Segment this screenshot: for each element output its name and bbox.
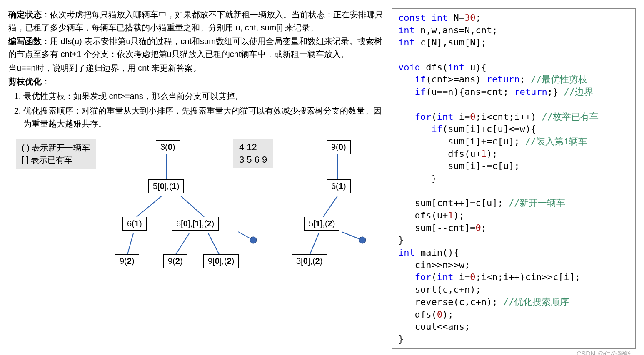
paragraph-boundary: 当u==n时，说明到了递归边界，用 cnt 来更新答案。	[8, 62, 383, 74]
prune-item-1: 最优性剪枝：如果发现 cnt>=ans，那么当前分支可以剪掉。	[23, 90, 383, 103]
rtree-node-2: 6(1)	[327, 179, 351, 193]
paragraph-function: 编写函数：用 dfs(u) 表示安排第u只猫的过程，cnt和sum数组可以使用全…	[8, 35, 383, 61]
ltree-node-1: 3(0)	[156, 140, 180, 154]
ltree-node-6: 9(2)	[163, 254, 187, 268]
svg-line-3	[127, 233, 133, 254]
code-panel: const int N=30; int n,w,ans=N,cnt; int c…	[392, 8, 636, 349]
paragraph-state: 确定状态：依次考虑把每只猫放入哪辆车中，如果都放不下就新租一辆放入。当前状态：正…	[8, 8, 383, 34]
svg-line-1	[137, 196, 162, 217]
rtree-node-4: 3[0],(2)	[292, 254, 327, 268]
ltree-node-4: 6[0],[1],(2)	[172, 217, 219, 231]
ltree-node-5: 9(2)	[115, 254, 139, 268]
ltree-node-7: 9[0],(2)	[203, 254, 239, 268]
svg-line-10	[310, 233, 319, 254]
credit-watermark: CSDN @仁公智能	[577, 350, 631, 355]
prune-item-2: 优化搜索顺序：对猫的重量从大到小排序，先搜索重量大的猫可以有效减少搜索树分支的数…	[23, 104, 383, 130]
rtree-node-3: 5[1],(2)	[304, 217, 339, 231]
svg-point-12	[359, 237, 366, 243]
svg-line-5	[208, 233, 219, 254]
rtree-node-1: 9(0)	[327, 140, 351, 154]
tree-diagram: ( ) 表示新开一辆车 [ ] 表示已有车 4 12 3 5 6 9	[8, 134, 383, 284]
svg-line-9	[323, 196, 337, 217]
svg-line-4	[176, 233, 189, 254]
svg-line-2	[181, 196, 204, 217]
prune-list: 最优性剪枝：如果发现 cnt>=ans，那么当前分支可以剪掉。 优化搜索顺序：对…	[8, 90, 383, 130]
svg-point-7	[250, 237, 257, 243]
ltree-node-3: 6(1)	[122, 217, 147, 231]
paragraph-prune-title: 剪枝优化：	[8, 75, 383, 88]
ltree-node-2: 5[0],(1)	[148, 179, 184, 193]
